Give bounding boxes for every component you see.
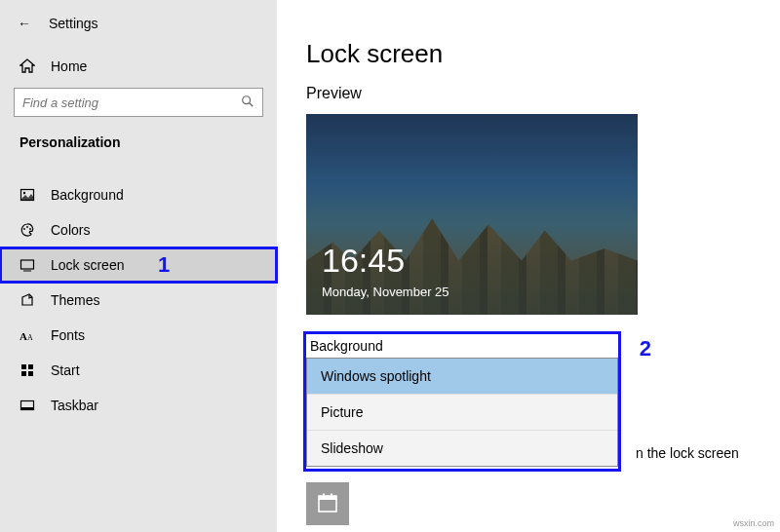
annotation-2: 2 [640,336,651,361]
svg-text:A: A [27,333,33,342]
taskbar-icon [20,398,35,413]
sidebar-home-label: Home [51,58,87,74]
fonts-icon: AA [20,327,35,343]
sidebar-item-label: Background [51,187,124,203]
page-title: Lock screen [306,39,751,69]
svg-point-4 [23,228,25,230]
svg-rect-14 [28,371,33,376]
svg-rect-7 [21,260,34,269]
svg-rect-16 [21,407,34,410]
themes-icon [20,292,35,308]
search-icon [241,95,254,111]
background-section: Background Windows spotlight Picture Sli… [306,334,618,469]
sidebar-item-taskbar[interactable]: Taskbar [0,388,277,423]
svg-point-5 [26,226,28,228]
sidebar-item-label: Themes [51,292,100,308]
back-button[interactable]: ← [18,16,31,31]
svg-rect-19 [323,493,325,497]
search-box[interactable] [14,88,263,117]
sidebar-item-start[interactable]: Start [0,353,277,388]
home-icon [20,58,35,74]
sidebar-item-label: Fonts [51,327,85,343]
sidebar-item-label: Start [51,362,80,378]
svg-point-0 [243,96,251,104]
svg-rect-12 [28,364,33,369]
preview-heading: Preview [306,85,751,102]
sidebar-item-lock-screen[interactable]: Lock screen 1 [0,247,277,283]
watermark: wsxin.com [733,518,774,528]
sidebar-item-colors[interactable]: Colors [0,212,277,247]
svg-rect-11 [21,364,26,369]
calendar-icon [317,492,338,516]
palette-icon [20,222,35,238]
search-input[interactable] [15,89,262,116]
window-title: Settings [49,16,98,31]
lock-screen-icon [20,257,35,273]
svg-rect-20 [331,493,332,497]
svg-text:A: A [20,330,27,342]
option-picture[interactable]: Picture [307,395,617,431]
sidebar-item-fonts[interactable]: AA Fonts [0,318,277,353]
svg-line-1 [250,103,254,107]
annotation-1: 1 [158,252,170,278]
sidebar-item-label: Lock screen [51,257,124,273]
svg-rect-18 [319,496,336,500]
sidebar-item-themes[interactable]: Themes [0,283,277,318]
lock-screen-preview: 16:45 Monday, November 25 [306,114,638,315]
hint-text-fragment: n the lock screen [636,445,780,461]
background-dropdown[interactable]: Windows spotlight Picture Slideshow [306,358,618,467]
sidebar-home[interactable]: Home [0,49,277,84]
option-windows-spotlight[interactable]: Windows spotlight [307,359,617,395]
calendar-app-button[interactable] [306,482,349,525]
picture-icon [20,187,35,203]
sidebar-item-background[interactable]: Background [0,177,277,212]
svg-rect-13 [21,371,26,376]
option-slideshow[interactable]: Slideshow [307,431,617,466]
start-icon [20,362,35,378]
svg-point-3 [23,192,25,194]
svg-point-6 [29,228,31,230]
background-label: Background [306,336,618,358]
category-header: Personalization [0,134,277,158]
sidebar-item-label: Taskbar [51,398,98,413]
sidebar-nav: Background Colors Lock screen 1 Themes A… [0,177,277,423]
sidebar-item-label: Colors [51,222,90,238]
preview-clock: 16:45 [322,242,405,280]
svg-rect-8 [23,271,31,272]
preview-date: Monday, November 25 [322,285,449,299]
